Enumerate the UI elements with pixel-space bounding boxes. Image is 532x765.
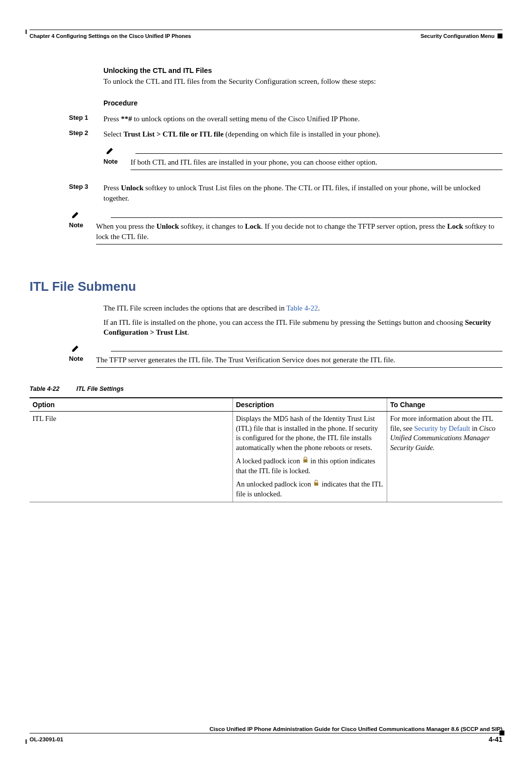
table-caption: Table 4-22ITL File Settings [30,385,502,392]
footer-docid: OL-23091-01 [30,736,63,742]
itl-heading: ITL File Submenu [30,279,502,294]
section-label: Security Configuration Menu [421,33,495,39]
note-icon [105,145,115,155]
th-description: Description [233,398,387,412]
note-icon [71,343,81,353]
step-2: Step 2 Select Trust List > CTL file or I… [69,129,502,174]
unlocked-padlock-icon [313,480,320,487]
step-1: Step 1 Press **# to unlock options on th… [69,114,502,124]
cell-option: ITL File [30,412,233,502]
note-icon [71,209,81,219]
note-outer: Note When you press the Unlock softkey, … [69,209,502,244]
th-change: To Change [387,398,503,412]
itl-p1: The ITL File screen includes the options… [103,303,502,313]
unlocking-heading: Unlocking the CTL and ITL Files [103,67,502,74]
table-ref-link[interactable]: Table 4-22 [286,304,318,312]
footer-book-title: Cisco Unified IP Phone Administration Gu… [30,726,502,733]
procedure-label: Procedure [103,99,502,107]
chapter-label: Chapter 4 Configuring Settings on the Ci… [30,33,191,39]
page-footer: Cisco Unified IP Phone Administration Gu… [30,726,502,743]
note-itl: Note The TFTP server generates the ITL f… [69,343,502,368]
itl-settings-table: Option Description To Change ITL File Di… [30,397,502,502]
page-number: 4-41 [489,735,502,743]
cell-change: For more information about the ITL file,… [387,412,503,502]
unlocking-intro: To unlock the CTL and ITL files from the… [103,76,502,86]
itl-p2: If an ITL file is installed on the phone… [103,317,502,338]
step-3: Step 3 Press Unlock softkey to unlock Tr… [69,183,502,204]
locked-padlock-icon [302,456,309,463]
footer-marker-icon [499,730,504,735]
breadcrumb: Chapter 4 Configuring Settings on the Ci… [30,32,502,42]
header-marker-icon [498,34,502,38]
cell-description: Displays the MD5 hash of the Identity Tr… [233,412,387,502]
th-option: Option [30,398,233,412]
table-row: ITL File Displays the MD5 hash of the Id… [30,412,502,502]
note-inner: Note If both CTL and ITL files are insta… [103,145,502,170]
security-by-default-link[interactable]: Security by Default [414,424,470,432]
